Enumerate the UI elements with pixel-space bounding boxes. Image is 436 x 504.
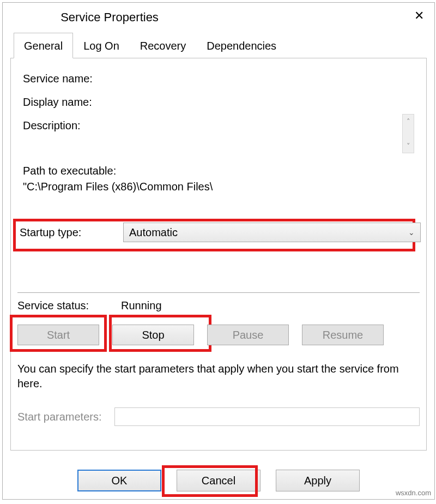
pause-button: Pause xyxy=(207,325,289,345)
label-display-name: Display name: xyxy=(23,96,120,109)
label-start-parameters: Start parameters: xyxy=(17,411,114,423)
tab-strip: General Log On Recovery Dependencies xyxy=(3,32,434,58)
watermark: wsxdn.com xyxy=(396,489,431,497)
tab-general[interactable]: General xyxy=(14,33,73,58)
start-parameters-hint: You can specify the start parameters tha… xyxy=(17,362,419,391)
scroll-up-icon[interactable]: ˄ xyxy=(407,115,410,128)
label-service-name: Service name: xyxy=(23,73,120,85)
dialog-title: Service Properties xyxy=(60,10,159,25)
label-service-status: Service status: xyxy=(17,299,121,312)
tab-recovery[interactable]: Recovery xyxy=(130,33,196,58)
value-service-status: Running xyxy=(121,299,162,312)
service-properties-dialog: Service Properties ✕ General Log On Reco… xyxy=(2,2,435,500)
highlight-ok-button xyxy=(162,465,258,497)
scroll-down-icon[interactable]: ˅ xyxy=(407,139,410,153)
tab-panel-general: Service name: Display name: Description:… xyxy=(10,58,427,451)
value-path-executable: "C:\Program Files (x86)\Common Files\ xyxy=(23,181,414,193)
startup-type-value: Automatic xyxy=(129,226,178,239)
description-scrollbar[interactable]: ˄ ˅ xyxy=(402,114,414,153)
start-button: Start xyxy=(17,325,99,345)
label-startup-type: Startup type: xyxy=(20,226,123,239)
start-parameters-input xyxy=(114,407,420,426)
close-icon[interactable]: ✕ xyxy=(408,7,430,25)
ok-button[interactable]: OK xyxy=(77,470,161,491)
separator xyxy=(17,292,420,293)
startup-type-dropdown[interactable]: Automatic ⌄ xyxy=(123,223,421,242)
apply-button[interactable]: Apply xyxy=(276,470,360,491)
tab-log-on[interactable]: Log On xyxy=(73,33,130,58)
chevron-down-icon: ⌄ xyxy=(408,228,415,237)
titlebar: Service Properties ✕ xyxy=(3,3,434,32)
label-description: Description: xyxy=(23,119,120,132)
resume-button: Resume xyxy=(302,325,384,345)
label-path-executable: Path to executable: xyxy=(23,165,414,177)
tab-dependencies[interactable]: Dependencies xyxy=(196,33,287,58)
stop-button[interactable]: Stop xyxy=(112,325,194,345)
